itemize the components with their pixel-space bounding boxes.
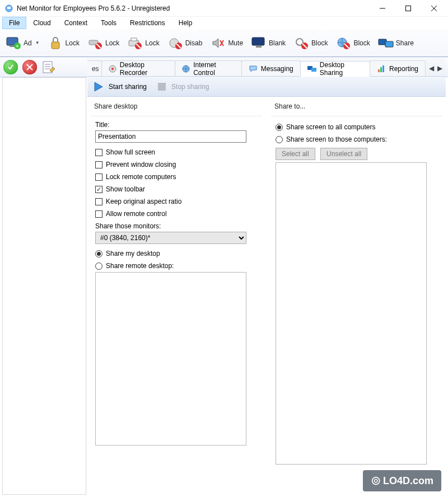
radio-share-remote-desktop[interactable]: Share remote desktop: xyxy=(95,260,258,272)
notes-icon[interactable] xyxy=(41,60,56,74)
tool-blank[interactable]: Blank xyxy=(248,31,289,55)
titlebar: Net Monitor for Employees Pro 5.6.2 - Un… xyxy=(0,0,448,17)
svg-marker-50 xyxy=(95,82,102,91)
chk-show-toolbar[interactable]: Show toolbar xyxy=(95,183,258,195)
minimize-button[interactable] xyxy=(370,1,395,16)
svg-rect-24 xyxy=(256,46,262,48)
tabs-row: es Desktop Recorder Internet Control Mes… xyxy=(87,58,446,77)
svg-rect-48 xyxy=(380,67,382,72)
unselect-all-button[interactable]: Unselect all xyxy=(320,148,367,160)
svg-rect-33 xyxy=(385,41,393,47)
radio-share-my-desktop[interactable]: Share my desktop xyxy=(95,247,258,260)
radio-icon xyxy=(95,262,102,270)
chevron-down-icon: ▼ xyxy=(35,40,40,45)
disable-icon xyxy=(167,35,183,51)
radio-share-those[interactable]: Share screen to those computers: xyxy=(276,133,438,146)
tab-desktop-sharing[interactable]: Desktop Sharing xyxy=(300,61,370,77)
tab-overflow-left[interactable]: es xyxy=(87,60,102,76)
tool-add[interactable]: + Ad ▼ xyxy=(2,31,43,55)
app-icon xyxy=(4,4,13,13)
svg-rect-51 xyxy=(158,83,166,91)
recorder-icon xyxy=(109,64,116,73)
printer-block-icon xyxy=(127,35,143,51)
cancel-button[interactable] xyxy=(22,60,37,74)
ok-button[interactable] xyxy=(3,60,18,74)
usb-block-icon xyxy=(87,35,103,51)
checkbox-icon xyxy=(95,186,102,193)
chart-icon xyxy=(377,64,386,73)
start-sharing-button[interactable]: Start sharing xyxy=(93,79,147,95)
stop-sharing-button[interactable]: Stop sharing xyxy=(157,79,209,95)
menu-restrictions[interactable]: Restrictions xyxy=(123,17,172,29)
tool-block-search[interactable]: Block xyxy=(290,31,331,55)
checkbox-icon xyxy=(95,198,102,205)
monitors-select[interactable]: #0 (3840, 2160)* xyxy=(95,232,246,244)
at-icon: ⊚ xyxy=(371,473,381,488)
remote-desktop-list[interactable] xyxy=(95,272,246,446)
chk-keep-aspect[interactable]: Keep original aspect ratio xyxy=(95,195,258,208)
svg-rect-46 xyxy=(311,68,316,72)
monitor-add-icon: + xyxy=(6,35,21,51)
share-desktop-panel: Share desktop Title: Show full screen Pr… xyxy=(91,101,262,491)
svg-rect-10 xyxy=(52,42,59,49)
tab-desktop-recorder[interactable]: Desktop Recorder xyxy=(101,60,175,76)
close-button[interactable] xyxy=(421,1,447,16)
blank-screen-icon xyxy=(251,35,267,51)
svg-rect-15 xyxy=(131,38,137,41)
svg-rect-1 xyxy=(7,7,11,9)
tab-messaging[interactable]: Messaging xyxy=(241,60,301,76)
target-computers-list[interactable] xyxy=(276,162,427,465)
radio-icon xyxy=(95,250,102,257)
svg-rect-3 xyxy=(406,6,411,11)
mute-icon xyxy=(210,35,226,51)
tab-scroll-right-icon[interactable]: ▶ xyxy=(436,64,444,72)
tool-disable[interactable]: Disab xyxy=(164,31,206,55)
svg-rect-23 xyxy=(252,37,264,45)
select-all-button[interactable]: Select all xyxy=(276,148,315,160)
maximize-button[interactable] xyxy=(395,1,421,16)
svg-rect-49 xyxy=(382,65,384,72)
chk-show-full-screen[interactable]: Show full screen xyxy=(95,146,258,158)
radio-share-all[interactable]: Share screen to all computers xyxy=(276,121,438,133)
menubar: File Cloud Context Tools Restrictions He… xyxy=(0,17,448,29)
computers-tree[interactable] xyxy=(2,77,86,495)
svg-point-41 xyxy=(111,68,114,70)
title-input[interactable] xyxy=(95,130,246,143)
tool-lock-print[interactable]: Lock xyxy=(124,31,162,55)
menu-cloud[interactable]: Cloud xyxy=(26,17,57,29)
tool-block-web[interactable]: Block xyxy=(332,31,373,55)
title-label: Title: xyxy=(95,121,258,129)
share-screen-icon xyxy=(378,35,394,51)
menu-help[interactable]: Help xyxy=(172,17,199,29)
share-desktop-title: Share desktop xyxy=(91,101,262,116)
svg-text:+: + xyxy=(16,43,19,49)
checkbox-icon xyxy=(95,161,102,168)
tool-lock-1[interactable]: Lock xyxy=(44,31,83,55)
tab-reporting[interactable]: Reporting xyxy=(370,60,426,76)
play-icon xyxy=(93,81,104,92)
monitors-label: Share those monitors: xyxy=(95,222,258,230)
tab-internet-control[interactable]: Internet Control xyxy=(175,60,242,76)
chk-allow-remote-control[interactable]: Allow remote control xyxy=(95,208,258,220)
checkbox-icon xyxy=(95,149,102,156)
padlock-icon xyxy=(48,35,63,51)
tab-scroll-left-icon[interactable]: ◀ xyxy=(428,64,435,72)
globe-block-icon xyxy=(335,35,351,51)
action-bar: Start sharing Stop sharing xyxy=(87,77,446,97)
menu-tools[interactable]: Tools xyxy=(94,17,123,29)
tool-lock-usb[interactable]: Lock xyxy=(84,31,123,55)
menu-context[interactable]: Context xyxy=(58,17,94,29)
chk-lock-remote[interactable]: Lock remote computers xyxy=(95,171,258,183)
tab-scroll-nav[interactable]: ◀▶ xyxy=(426,60,446,76)
chk-prevent-window-closing[interactable]: Prevent window closing xyxy=(95,158,258,171)
menu-file[interactable]: File xyxy=(2,17,26,29)
main-toolbar: + Ad ▼ Lock Lock Lock Disab Mute Blank B… xyxy=(0,29,448,57)
chat-icon xyxy=(249,64,258,73)
radio-icon xyxy=(276,136,283,143)
window-title: Net Monitor for Employees Pro 5.6.2 - Un… xyxy=(17,4,370,12)
search-block-icon xyxy=(293,35,309,51)
tool-share[interactable]: Share xyxy=(375,31,417,55)
checkbox-icon xyxy=(95,210,102,218)
tool-mute[interactable]: Mute xyxy=(207,31,246,55)
share-to-panel: Share to... Share screen to all computer… xyxy=(271,101,442,491)
